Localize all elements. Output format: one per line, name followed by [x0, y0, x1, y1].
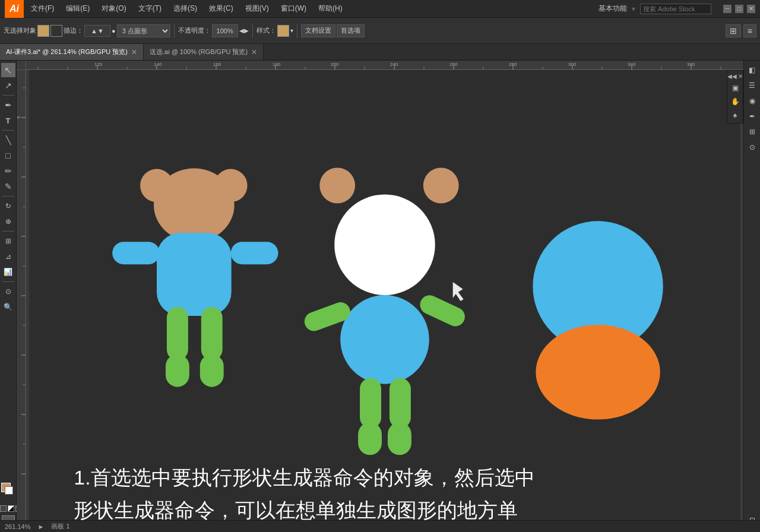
more-options-button[interactable]: ≡: [743, 24, 756, 37]
tab-2-close[interactable]: ✕: [251, 48, 257, 56]
close-button[interactable]: ✕: [747, 5, 755, 13]
svg-text:120: 120: [94, 62, 103, 67]
background-color[interactable]: [5, 486, 13, 495]
svg-text:260: 260: [449, 62, 458, 67]
prefs-button[interactable]: 首选项: [337, 24, 365, 37]
minimize-button[interactable]: ─: [723, 5, 732, 13]
properties-btn[interactable]: ◧: [745, 63, 759, 77]
menu-right: 基本功能 ▾ ─ □ ✕: [598, 4, 755, 14]
menu-help[interactable]: 帮助(H): [316, 2, 345, 15]
svg-text:200: 200: [331, 62, 339, 67]
tool-separator-1: [2, 95, 14, 96]
svg-point-64: [319, 168, 355, 204]
rotate-tool[interactable]: ↻: [1, 199, 15, 213]
select-tool[interactable]: ↖: [1, 63, 15, 77]
stock-search-input[interactable]: [640, 4, 711, 14]
style-color[interactable]: [277, 25, 289, 37]
svg-text:240: 240: [390, 62, 398, 67]
artboard-tool[interactable]: ⊙: [1, 284, 15, 299]
menu-file[interactable]: 文件(F): [28, 2, 56, 15]
menu-window[interactable]: 窗口(W): [278, 2, 309, 15]
opacity-label: 不透明度：: [178, 26, 211, 35]
menu-effect[interactable]: 效果(C): [207, 2, 236, 15]
svg-text:180: 180: [273, 62, 281, 67]
canvas-body: 5: [17, 70, 743, 532]
tool-separator-4: [2, 231, 14, 232]
toolbar: 无选择对象 描边： ▲▼ ● 3 点圆形 不透明度： ◀▶ 样式： ▾ 文档设置…: [0, 18, 760, 44]
svg-text:380: 380: [687, 62, 695, 67]
menu-view[interactable]: 视图(V): [243, 2, 271, 15]
svg-text:160: 160: [213, 62, 221, 67]
tab-2[interactable]: 送选.ai @ 100% (RGB/GPU 预览) ✕: [144, 44, 264, 60]
svg-rect-70: [360, 378, 381, 429]
status-bar: 261.14% ► 画板 1: [0, 520, 760, 532]
left-toolbar: ↖ ↗ ✒ T ╲ □ ✏ ✎ ↻ ⊕ ⊞ ⊿ 📊 ⊙ 🔍 ⊞: [0, 61, 17, 532]
libraries-btn[interactable]: ◉: [745, 94, 759, 108]
tab-1[interactable]: AI-课件3.ai* @ 261.14% (RGB/GPU 预览) ✕: [0, 44, 144, 60]
symbols-btn[interactable]: ⊙: [745, 140, 759, 154]
gradient-icon[interactable]: [8, 505, 14, 512]
separator-1: [174, 24, 175, 38]
svg-rect-62: [200, 354, 224, 387]
doc-setup-button[interactable]: 文档设置: [301, 24, 335, 37]
arrange-button[interactable]: ⊞: [726, 24, 741, 37]
menu-bar: Ai 文件(F) 编辑(E) 对象(O) 文字(T) 选择(S) 效果(C) 视…: [0, 0, 760, 18]
blend-tool[interactable]: ⊞: [1, 234, 15, 248]
panel-close[interactable]: ✕: [738, 73, 743, 80]
zoom-tool[interactable]: 🔍: [1, 300, 15, 314]
panel-btn-2[interactable]: ✋: [729, 95, 742, 108]
normal-icon[interactable]: [0, 505, 7, 512]
svg-text:形状生成器命令，可以在想单独生成图形的地方单: 形状生成器命令，可以在想单独生成图形的地方单: [74, 499, 518, 521]
workspace-selector[interactable]: 基本功能: [598, 4, 627, 14]
menu-edit[interactable]: 编辑(E): [64, 2, 92, 15]
menu-select[interactable]: 选择(S): [171, 2, 200, 15]
panel-btn-1[interactable]: ▣: [729, 81, 742, 94]
graph-tool[interactable]: 📊: [1, 265, 15, 279]
panel-collapse[interactable]: ◀◀: [727, 73, 737, 80]
svg-rect-59: [167, 307, 188, 360]
svg-text:280: 280: [509, 62, 517, 67]
menu-object[interactable]: 对象(O): [99, 2, 128, 15]
svg-rect-56: [157, 233, 232, 316]
tab-bar: AI-课件3.ai* @ 261.14% (RGB/GPU 预览) ✕ 送选.a…: [0, 44, 760, 61]
panel-btn-3[interactable]: ♠: [729, 109, 742, 122]
color-swatch-group: [1, 483, 15, 501]
status-info: ►: [37, 523, 44, 530]
svg-point-63: [334, 194, 435, 295]
swatches-btn[interactable]: ⊞: [745, 125, 759, 139]
drawing-area[interactable]: 1.首选选中要执行形状生成器命令的对象，然后选中 形状生成器命令，可以在想单独生…: [26, 70, 743, 532]
rect-tool[interactable]: □: [1, 148, 15, 163]
style-label: 样式：: [256, 26, 276, 35]
opacity-input[interactable]: [212, 24, 238, 37]
tool-separator-2: [2, 130, 14, 131]
window-controls: ─ □ ✕: [723, 5, 755, 13]
reflect-tool[interactable]: ⊕: [1, 214, 15, 229]
layers-btn[interactable]: ☰: [745, 78, 759, 93]
stroke-color-box[interactable]: [50, 25, 62, 37]
menu-text[interactable]: 文字(T): [136, 2, 164, 15]
tab-1-close[interactable]: ✕: [131, 48, 137, 56]
svg-rect-60: [201, 307, 223, 360]
stroke-label: 描边：: [64, 26, 83, 35]
brush-btn[interactable]: ✒: [745, 109, 759, 124]
ruler-top: 120 140 160 180 200: [17, 61, 743, 70]
separator-3: [297, 24, 297, 38]
maximize-button[interactable]: □: [735, 5, 743, 13]
svg-text:340: 340: [628, 62, 636, 67]
tool-separator-3: [2, 196, 14, 197]
direct-select-tool[interactable]: ↗: [1, 78, 15, 93]
svg-text:300: 300: [568, 62, 577, 67]
artwork-canvas: 1.首选选中要执行形状生成器命令的对象，然后选中 形状生成器命令，可以在想单独生…: [26, 70, 743, 532]
line-tool[interactable]: ╲: [1, 133, 15, 147]
pencil-tool[interactable]: ✎: [1, 179, 15, 194]
pen-tool[interactable]: ✒: [1, 98, 15, 112]
zoom-status: 261.14%: [5, 523, 30, 530]
separator-2: [252, 24, 253, 38]
fill-color-box[interactable]: [37, 25, 49, 37]
tab-1-label: AI-课件3.ai* @ 261.14% (RGB/GPU 预览): [6, 48, 128, 56]
paintbrush-tool[interactable]: ✏: [1, 164, 15, 178]
brush-type-select[interactable]: 3 点圆形: [117, 24, 170, 37]
type-tool[interactable]: T: [1, 113, 15, 128]
svg-text:140: 140: [154, 62, 162, 67]
symbol-tool[interactable]: ⊿: [1, 249, 15, 264]
